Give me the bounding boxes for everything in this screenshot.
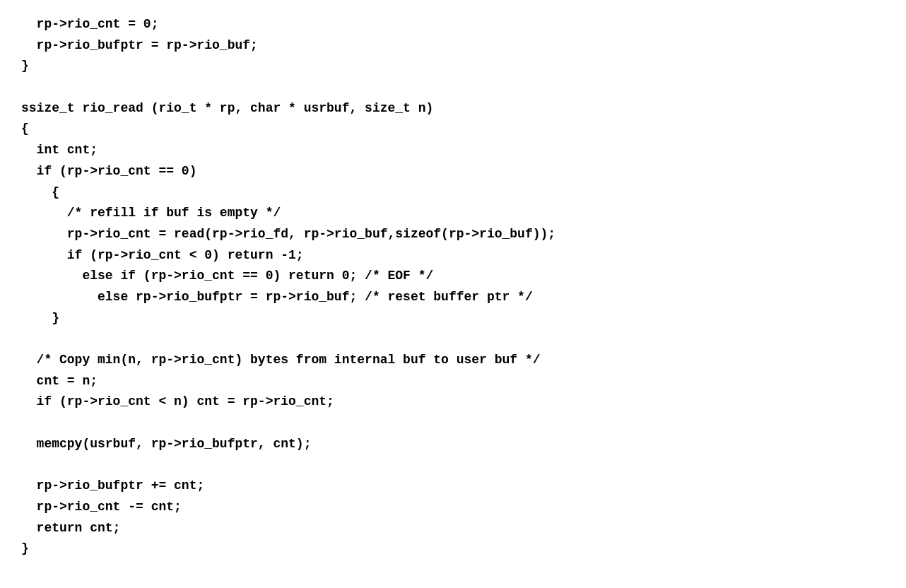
code-display: rp->rio_cnt = 0; rp->rio_bufptr = rp->ri… [21, 14, 885, 560]
